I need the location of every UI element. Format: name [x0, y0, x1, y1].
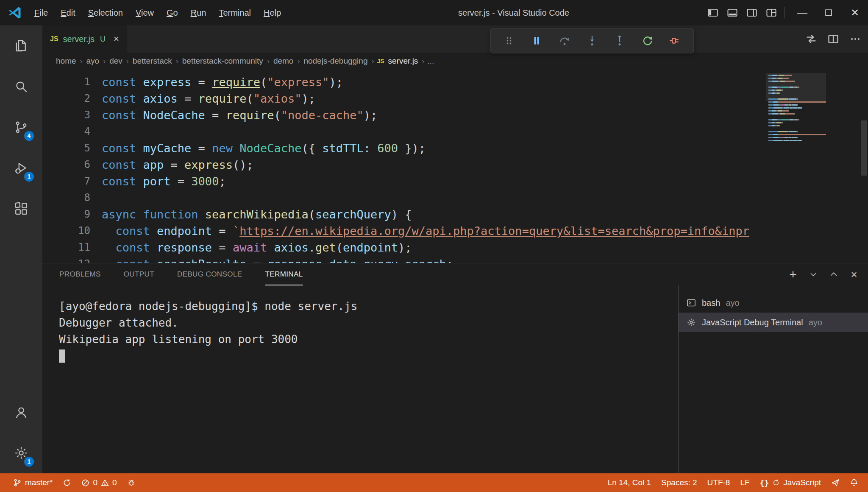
- code-line[interactable]: 6const app = express();: [42, 157, 868, 173]
- notifications-bell-icon[interactable]: [846, 478, 862, 487]
- close-panel-icon[interactable]: ×: [846, 266, 862, 282]
- breadcrumb-item[interactable]: nodejs-debugging: [303, 56, 368, 66]
- menu-terminal[interactable]: Terminal: [212, 5, 257, 21]
- code-line[interactable]: 7const port = 3000;: [42, 173, 868, 190]
- breadcrumb-item[interactable]: dev: [108, 56, 123, 66]
- terminal-line: Wikipedia app listening on port 3000: [59, 331, 678, 348]
- split-editor-icon[interactable]: [827, 33, 839, 45]
- maximize-button[interactable]: [815, 0, 842, 25]
- debug-status-icon[interactable]: [123, 478, 139, 487]
- code-line[interactable]: 9async function searchWikipedia(searchQu…: [42, 206, 868, 223]
- minimize-button[interactable]: —: [789, 0, 815, 25]
- terminal-list-item-js-debug[interactable]: JavaScript Debug Terminal ayo: [679, 313, 868, 332]
- code-area[interactable]: 1const express = require("express");2con…: [42, 70, 868, 263]
- code-line[interactable]: 1const express = require("express");: [42, 74, 868, 90]
- code-line[interactable]: 4: [42, 123, 868, 140]
- code-line[interactable]: 2const axios = require("axios");: [42, 90, 868, 107]
- open-changes-icon[interactable]: [805, 33, 817, 45]
- extensions-icon[interactable]: [0, 188, 42, 229]
- branch-icon: [13, 478, 22, 487]
- tab-terminal[interactable]: TERMINAL: [265, 263, 303, 285]
- menu-file[interactable]: File: [28, 5, 54, 21]
- code-line[interactable]: 12 const searchResults = response.data.q…: [42, 256, 868, 263]
- debug-disconnect-icon[interactable]: [665, 31, 685, 50]
- eol-item[interactable]: LF: [736, 478, 753, 487]
- code-region: 1const express = require("express");2con…: [42, 70, 868, 263]
- customize-layout-icon[interactable]: [766, 7, 777, 18]
- tab-close-icon[interactable]: ×: [114, 34, 119, 45]
- js-file-icon: JS: [377, 58, 384, 64]
- menu-selection[interactable]: Selection: [82, 5, 129, 21]
- breadcrumb-item[interactable]: demo: [273, 56, 295, 66]
- maximize-panel-icon[interactable]: [826, 266, 842, 282]
- breadcrumb-file[interactable]: server.js: [387, 56, 419, 66]
- errors-icon: [81, 479, 89, 487]
- menu-edit[interactable]: Edit: [54, 5, 81, 21]
- toggle-panel-icon[interactable]: [727, 7, 738, 18]
- breadcrumb-separator-icon: ›: [77, 57, 86, 66]
- tab-git-status: U: [100, 35, 106, 44]
- breadcrumb-item[interactable]: betterstack-community: [181, 56, 264, 66]
- menu-run[interactable]: Run: [184, 5, 213, 21]
- tab-problems[interactable]: PROBLEMS: [59, 263, 101, 285]
- feedback-icon[interactable]: [827, 478, 843, 487]
- debug-restart-icon[interactable]: [638, 31, 657, 50]
- terminal-user: ayo: [726, 298, 739, 308]
- indentation-item[interactable]: Spaces: 2: [657, 478, 701, 487]
- editor: JS server.js U × home: [42, 25, 868, 263]
- line-number: 10: [42, 223, 90, 239]
- terminal-list-item-bash[interactable]: bash ayo: [679, 293, 868, 313]
- debug-pause-icon[interactable]: [527, 31, 546, 50]
- breadcrumb-item[interactable]: home: [55, 56, 77, 66]
- explorer-icon[interactable]: [0, 25, 42, 66]
- settings-badge: 1: [24, 457, 34, 467]
- minimap-line: [768, 110, 826, 112]
- sync-changes-icon[interactable]: [59, 478, 75, 487]
- terminal-cursor: [59, 349, 65, 363]
- new-terminal-icon[interactable]: +: [785, 266, 801, 282]
- editor-scrollbar[interactable]: [861, 120, 867, 176]
- code-line[interactable]: 11 const response = await axios.get(endp…: [42, 239, 868, 256]
- breadcrumb-item[interactable]: betterstack: [132, 56, 173, 66]
- more-actions-icon[interactable]: [849, 33, 861, 45]
- minimap-line: [768, 137, 826, 138]
- menu-go[interactable]: Go: [160, 5, 184, 21]
- source-control-icon[interactable]: 4: [0, 107, 42, 148]
- code-line[interactable]: 5const myCache = new NodeCache({ stdTTL:…: [42, 140, 868, 157]
- debug-step-out-icon[interactable]: [610, 31, 629, 50]
- tab-output[interactable]: OUTPUT: [124, 263, 154, 285]
- account-icon[interactable]: [0, 392, 42, 433]
- git-branch-item[interactable]: master*: [9, 478, 56, 487]
- breadcrumb-separator-icon: ›: [123, 57, 132, 66]
- problems-item[interactable]: 0 0: [78, 478, 120, 487]
- toggle-secondary-sidebar-icon[interactable]: [746, 7, 757, 18]
- tab-server-js[interactable]: JS server.js U ×: [42, 25, 127, 53]
- code-text: const searchResults = response.data.quer…: [102, 256, 453, 263]
- code-line[interactable]: 8: [42, 190, 868, 206]
- run-debug-icon[interactable]: 1: [0, 148, 42, 188]
- language-mode-item[interactable]: {} JavaScript: [756, 478, 825, 487]
- settings-gear-icon[interactable]: 1: [0, 433, 42, 473]
- toggle-sidebar-icon[interactable]: [707, 7, 718, 18]
- code-text: const axios = require("axios");: [102, 90, 315, 107]
- line-number: 8: [42, 190, 90, 206]
- minimap[interactable]: [766, 73, 826, 200]
- code-line[interactable]: 3const NodeCache = require("node-cache")…: [42, 107, 868, 123]
- debug-toolbar-grip-icon[interactable]: [499, 31, 519, 50]
- debug-step-over-icon[interactable]: [555, 31, 574, 50]
- code-line[interactable]: 10 const endpoint = `https://en.wikipedi…: [42, 223, 868, 239]
- tab-debug-console[interactable]: DEBUG CONSOLE: [177, 263, 242, 285]
- cursor-position-item[interactable]: Ln 14, Col 1: [604, 478, 655, 487]
- breadcrumb-item[interactable]: ayo: [86, 56, 100, 66]
- debug-step-into-icon[interactable]: [582, 31, 602, 50]
- tab-label: server.js: [63, 34, 95, 44]
- encoding-item[interactable]: UTF-8: [704, 478, 734, 487]
- menu-view[interactable]: View: [129, 5, 160, 21]
- search-icon[interactable]: [0, 66, 42, 107]
- breadcrumb-overflow[interactable]: ...: [427, 56, 434, 66]
- terminal-dropdown-icon[interactable]: [805, 266, 821, 282]
- terminal[interactable]: [ayo@fedora nodejs-debugging]$ node serv…: [42, 285, 678, 473]
- code-text: const express = require("express");: [102, 74, 343, 90]
- menu-help[interactable]: Help: [257, 5, 287, 21]
- close-window-button[interactable]: ✕: [842, 0, 868, 25]
